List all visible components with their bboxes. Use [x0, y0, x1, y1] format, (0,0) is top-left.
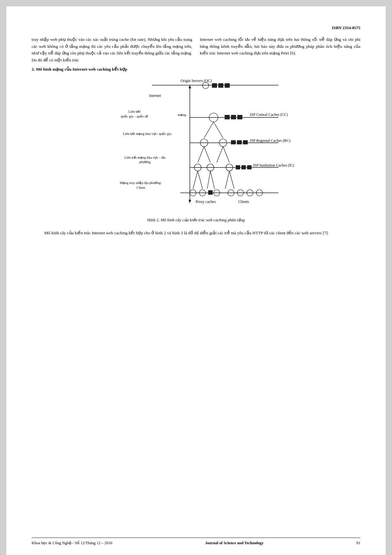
page: ISBN 2354-0575 truy nhập web phụ thuộc v… — [6, 6, 386, 555]
svg-rect-27 — [243, 140, 248, 144]
svg-line-46 — [198, 171, 202, 189]
fig-caption: Hình 2. Mô hình cây của kiến trúc web ca… — [147, 218, 245, 223]
svg-point-5 — [202, 82, 209, 89]
svg-text:ISP Regional Caches (RC): ISP Regional Caches (RC) — [250, 138, 290, 143]
section-heading: 2. Mô hình mạng của Internet web caching… — [32, 66, 360, 72]
col1-text: truy nhập web phụ thuộc vào các xác suất… — [32, 36, 192, 63]
svg-rect-41 — [247, 165, 252, 169]
svg-rect-2 — [212, 83, 217, 88]
svg-line-45 — [193, 171, 198, 189]
svg-text:mạng: mạng — [177, 113, 186, 117]
svg-text:Clients: Clients — [238, 199, 249, 204]
svg-line-31 — [217, 147, 223, 162]
svg-line-32 — [223, 147, 229, 162]
svg-rect-3 — [218, 83, 223, 88]
svg-text:ISP Central Caches (CC): ISP Central Caches (CC) — [250, 112, 288, 117]
svg-rect-25 — [231, 140, 236, 144]
svg-text:Liên      kết: Liên kết — [128, 110, 140, 113]
footer-left: Khoa học & Công Nghệ - Số 12/Tháng 12 – … — [32, 540, 112, 546]
svg-line-48 — [210, 171, 215, 189]
svg-rect-54 — [208, 190, 213, 195]
fig-caption-italic: Mô hình cây của kiến trúc web caching ph… — [161, 218, 245, 222]
page-footer: Khoa học & Công Nghệ - Số 12/Tháng 12 – … — [32, 538, 360, 546]
svg-rect-16 — [231, 115, 236, 119]
diagram-container: Origin Servers (OC) Internet Liên kết qu… — [32, 76, 360, 228]
svg-marker-8 — [189, 200, 191, 203]
svg-text:quốc gia – quốc tế: quốc gia – quốc tế — [121, 114, 148, 118]
svg-line-20 — [214, 122, 223, 138]
svg-line-29 — [198, 147, 204, 162]
svg-rect-40 — [241, 165, 246, 169]
svg-text:Internet: Internet — [149, 93, 161, 98]
intro-columns: truy nhập web phụ thuộc vào các xác suất… — [32, 36, 360, 63]
svg-rect-15 — [225, 115, 230, 119]
svg-text:Origin Servers (OC): Origin Servers (OC) — [181, 79, 212, 83]
footer-journal: Journal of Science and Technology — [205, 541, 264, 546]
svg-line-19 — [204, 122, 214, 138]
col2-text: Internet web caching tối ưu về hiệu năng… — [200, 36, 361, 63]
svg-line-49 — [225, 171, 229, 189]
svg-line-47 — [207, 171, 210, 189]
svg-text:Proxy caches: Proxy caches — [196, 199, 216, 204]
svg-line-50 — [229, 171, 234, 189]
svg-rect-4 — [225, 83, 230, 88]
isbn-label: ISBN 2354-0575 — [32, 25, 360, 30]
fig-caption-prefix: Hình 2. — [147, 218, 160, 222]
svg-rect-39 — [236, 165, 240, 169]
svg-text:Liên kết mạng khu vực- quốc gi: Liên kết mạng khu vực- quốc gia — [123, 132, 171, 136]
svg-rect-17 — [237, 115, 242, 119]
svg-line-30 — [204, 147, 210, 162]
svg-text:phương: phương — [139, 160, 151, 164]
svg-text:Mạng truy nhập địa phương-: Mạng truy nhập địa phương- — [120, 181, 162, 185]
svg-text:ISP Institution Caches (IC): ISP Institution Caches (IC) — [253, 163, 294, 167]
svg-marker-7 — [189, 85, 191, 88]
svg-rect-26 — [237, 140, 242, 144]
footer-page-number: 91 — [356, 540, 360, 546]
svg-text:Liên kết mạng khu vực - địa: Liên kết mạng khu vực - địa — [124, 155, 165, 160]
body-paragraph: Mô hình cây của kiến trúc Internet web c… — [32, 230, 360, 237]
network-diagram: Origin Servers (OC) Internet Liên kết qu… — [89, 76, 304, 216]
svg-text:Client: Client — [136, 186, 145, 189]
